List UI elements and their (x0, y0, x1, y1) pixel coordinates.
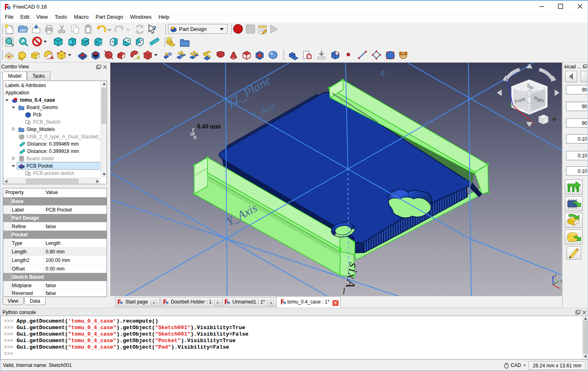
svg-text:?: ? (153, 24, 156, 31)
svg-text:z: z (506, 77, 508, 81)
svg-text:Y: Y (560, 279, 562, 283)
svg-text:x: x (532, 121, 534, 125)
svg-text:X: X (561, 288, 562, 292)
svg-text:z: z (555, 273, 557, 277)
svg-text:0.40 mm: 0.40 mm (197, 123, 221, 130)
